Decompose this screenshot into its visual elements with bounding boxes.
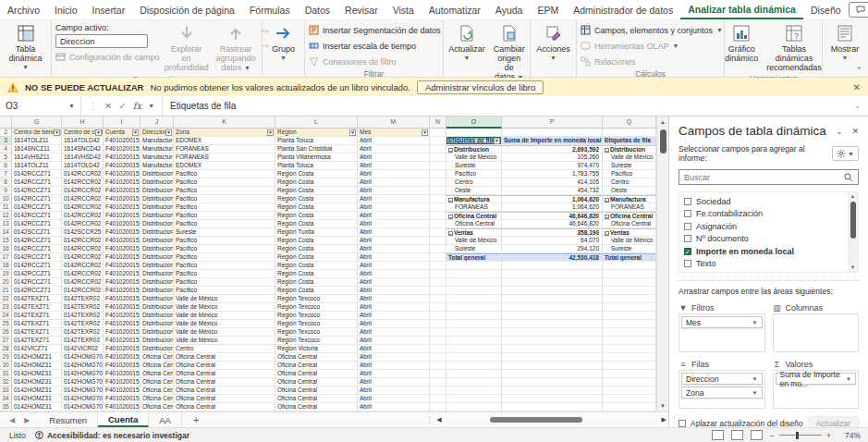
table-header-cell[interactable]: Cuenta▼ bbox=[104, 129, 141, 137]
grid-cell[interactable]: F401020015 bbox=[104, 245, 141, 253]
grid-cell[interactable]: Abril bbox=[358, 220, 430, 228]
grid-cell[interactable]: F401020015 bbox=[104, 303, 141, 312]
pivot-row-label[interactable]: −Ventas bbox=[446, 228, 502, 237]
grid-cell[interactable]: 0142RCCR02 bbox=[62, 220, 104, 228]
grid-cell[interactable]: Distribucion bbox=[141, 312, 174, 320]
horizontal-scrollbar[interactable] bbox=[446, 416, 658, 424]
grid-cell[interactable]: F401020015 bbox=[104, 378, 141, 387]
refresh-button[interactable]: Actualizar▼ bbox=[446, 23, 488, 64]
field-list-scrollbar[interactable]: ▲ ▼ bbox=[848, 192, 858, 272]
grid-cell[interactable]: Abril bbox=[358, 312, 430, 320]
grid-cell[interactable]: Región Costa bbox=[275, 203, 358, 212]
pivottable-button[interactable]: Tabla dinámica▼ bbox=[4, 23, 47, 73]
grid-cell[interactable] bbox=[502, 378, 603, 387]
grid-cell[interactable]: F401020015 bbox=[104, 253, 141, 262]
grid-cell[interactable] bbox=[502, 287, 603, 295]
grid-cell[interactable] bbox=[430, 345, 446, 353]
grid-cell[interactable]: 0142TEXZ71 bbox=[12, 328, 62, 337]
grid-cell[interactable]: F401020015 bbox=[104, 337, 141, 345]
grid-cell[interactable]: Valle de México bbox=[174, 320, 275, 328]
grid-cell[interactable]: Pacífico bbox=[174, 262, 275, 270]
sheet-tab-aa[interactable]: AA bbox=[149, 412, 182, 427]
row-header-22[interactable]: 22 bbox=[0, 295, 12, 303]
grid-cell[interactable] bbox=[502, 395, 603, 403]
grid-cell[interactable]: 0142SCCZ71 bbox=[12, 228, 62, 237]
grid-cell[interactable] bbox=[446, 387, 502, 395]
grid-cell[interactable]: 0142RCCZ71 bbox=[12, 245, 62, 253]
filter-dropdown-icon[interactable]: ▼ bbox=[165, 129, 172, 136]
grid-cell[interactable] bbox=[603, 312, 656, 320]
grid-cell[interactable]: Distribucion bbox=[141, 220, 174, 228]
grid-cell[interactable]: 0142RCCR02 bbox=[62, 170, 104, 178]
grid-cell[interactable]: Oficina Central bbox=[275, 387, 358, 395]
grid-cell[interactable]: 1614TOLZ11 bbox=[12, 162, 62, 170]
grid-cell[interactable]: Abril bbox=[358, 203, 430, 212]
grid-cell[interactable]: Región Costa bbox=[275, 270, 358, 278]
prev-sheet-icon[interactable]: ◀ bbox=[9, 416, 15, 424]
zoom-out-icon[interactable]: − bbox=[770, 431, 775, 440]
grid-cell[interactable]: 0142RCCR02 bbox=[62, 278, 104, 287]
grid-cell[interactable]: Pacífico bbox=[174, 178, 275, 187]
grid-cell[interactable] bbox=[603, 328, 656, 337]
grid-cell[interactable]: Pacífico bbox=[174, 245, 275, 253]
area-field-pill-suma-de-importe-en-mo-[interactable]: Suma de Importe en mo...▼ bbox=[776, 373, 857, 385]
grid-cell[interactable]: Planta Toluca bbox=[275, 137, 358, 145]
grid-cell[interactable]: Región Texcoco bbox=[275, 303, 358, 312]
row-header-35[interactable]: 35 bbox=[0, 403, 12, 411]
grid-cell[interactable]: Planta San Cristóbal bbox=[275, 145, 358, 153]
grid-cell[interactable] bbox=[446, 262, 502, 270]
row-header-24[interactable]: 24 bbox=[0, 312, 12, 320]
grid-cell[interactable] bbox=[430, 370, 446, 378]
grid-cell[interactable]: Abril bbox=[358, 295, 430, 303]
filter-dropdown-icon[interactable]: ▼ bbox=[95, 129, 102, 136]
grid-cell[interactable]: 0142TEXZ71 bbox=[12, 320, 62, 328]
grid-cell[interactable] bbox=[446, 353, 502, 362]
grid-cell[interactable]: Abril bbox=[358, 178, 430, 187]
grid-cell[interactable]: 0142HOMG70 bbox=[62, 395, 104, 403]
grid-cell[interactable]: Abril bbox=[358, 253, 430, 262]
grid-cell[interactable]: 0142HOMZ31 bbox=[12, 378, 62, 387]
grid-cell[interactable]: 1614TOLD42 bbox=[62, 162, 104, 170]
menu-item-epm[interactable]: EPM bbox=[530, 0, 566, 19]
tools-button[interactable]: ▼ bbox=[832, 146, 859, 161]
grid-cell[interactable]: 0142HOMZ31 bbox=[12, 403, 62, 411]
grid-cell[interactable]: Abril bbox=[358, 287, 430, 295]
pivot-values-header[interactable]: Suma de Importe en moneda local bbox=[502, 137, 603, 145]
grid-cell[interactable]: Abril bbox=[358, 153, 430, 162]
collapse-group-icon[interactable]: − bbox=[448, 215, 453, 219]
table-header-cell[interactable]: Zona▼ bbox=[174, 129, 275, 137]
grid-cell[interactable]: 0142HOMG70 bbox=[62, 362, 104, 370]
grid-cell[interactable] bbox=[430, 270, 446, 278]
menu-item-revisar[interactable]: Revisar bbox=[337, 0, 385, 19]
menu-item-dise-o[interactable]: Diseño bbox=[803, 0, 849, 19]
row-header-32[interactable]: 32 bbox=[0, 378, 12, 387]
grid-cell[interactable]: Oficina Central bbox=[174, 378, 275, 387]
grid-cell[interactable]: 0142HOMG70 bbox=[62, 353, 104, 362]
grid-cell[interactable]: EDOMEX bbox=[174, 162, 275, 170]
pivot-row-labels-header[interactable]: Etiquetas de fila▼ bbox=[446, 137, 502, 145]
grid-cell[interactable] bbox=[502, 312, 603, 320]
grid-cell[interactable]: Región Texcoco bbox=[275, 295, 358, 303]
grid-cell[interactable]: Oficina Central bbox=[275, 395, 358, 403]
checked-checkbox-icon[interactable]: ✓ bbox=[684, 248, 691, 255]
accessibility-status[interactable]: Accesibilidad: es necesario investigar bbox=[35, 431, 189, 440]
grid-cell[interactable]: Pacífico bbox=[174, 195, 275, 203]
scroll-down-icon[interactable]: ▼ bbox=[850, 264, 855, 272]
pivot-value-cell[interactable]: 294,120 bbox=[502, 245, 603, 253]
grid-cell[interactable]: 1614VHSZ11 bbox=[12, 153, 62, 162]
chevron-down-icon[interactable]: ⌄ bbox=[836, 127, 843, 136]
grid-cell[interactable]: Abril bbox=[358, 187, 430, 195]
insert-function-icon[interactable]: fx bbox=[133, 101, 141, 111]
pivot-row-label-2[interactable]: Centro bbox=[603, 178, 656, 187]
column-header-O[interactable]: O bbox=[446, 117, 502, 129]
actions-button[interactable]: Acciones▼ bbox=[533, 23, 573, 64]
grid-cell[interactable]: Oficina Central bbox=[174, 370, 275, 378]
zoom-in-icon[interactable]: + bbox=[826, 431, 831, 440]
grid-cell[interactable]: Región Costa bbox=[275, 253, 358, 262]
pivot-value-cell[interactable]: 974,470 bbox=[502, 162, 603, 170]
grid-cell[interactable]: Oficina Central bbox=[141, 387, 174, 395]
name-box[interactable]: O3 ▼ bbox=[0, 96, 81, 116]
defer-layout-checkbox[interactable]: Aplazar actualización del diseño bbox=[679, 419, 802, 427]
grid-cell[interactable]: F401020015 bbox=[104, 345, 141, 353]
grid-cell[interactable]: 0142TEXR02 bbox=[62, 328, 104, 337]
